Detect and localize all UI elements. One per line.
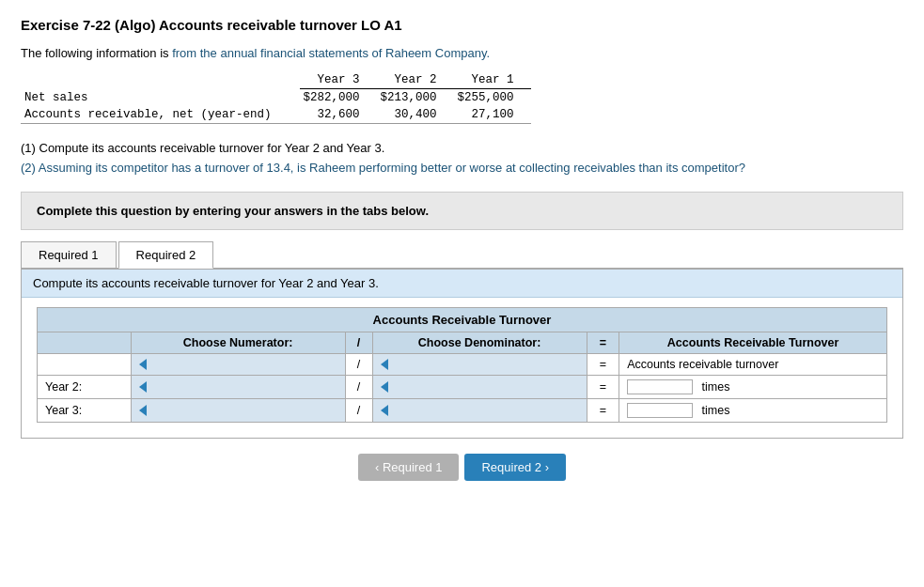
- blue-instruction-bar: Compute its accounts receivable turnover…: [22, 270, 902, 298]
- row2-numerator-input[interactable]: [153, 404, 352, 417]
- row0-denominator-cell[interactable]: [372, 353, 587, 375]
- row0-numerator-input[interactable]: [153, 358, 352, 371]
- instruction-line1: (1) Compute its accounts receivable turn…: [21, 139, 903, 159]
- intro-text: The following information is from the an…: [21, 46, 903, 60]
- row0-result: Accounts receivable turnover: [619, 353, 887, 375]
- table-row: / = Accounts receivable turnover: [38, 353, 887, 375]
- prev-button[interactable]: Required 1: [358, 454, 460, 481]
- row1-unit: times: [702, 380, 730, 394]
- col-header-equals: =: [587, 332, 619, 353]
- financial-table: Year 3 Year 2 Year 1 Net sales $282,000 …: [21, 71, 531, 124]
- blue-triangle-icon: [139, 359, 147, 370]
- instruction-line2-text: (2) Assuming its competitor has a turnov…: [21, 161, 745, 175]
- row0-numerator-cell[interactable]: [131, 353, 345, 375]
- col-year1: Year 1: [454, 71, 531, 89]
- net-sales-year2: $213,000: [377, 89, 454, 107]
- next-button-label: Required 2: [481, 460, 541, 474]
- row2-denominator-input[interactable]: [395, 404, 593, 417]
- col-header-numerator: Choose Numerator:: [131, 332, 345, 353]
- blue-triangle-icon: [381, 405, 388, 416]
- art-table-title: Accounts Receivable Turnover: [37, 307, 887, 332]
- net-sales-year3: $282,000: [300, 89, 377, 107]
- net-sales-label: Net sales: [21, 89, 300, 107]
- table-row: Year 3: / = times: [38, 398, 887, 422]
- blue-triangle-icon: [381, 359, 388, 370]
- net-sales-year1: $255,000: [454, 89, 531, 107]
- tab-required1[interactable]: Required 1: [21, 241, 117, 268]
- page-title: Exercise 7-22 (Algo) Accounts receivable…: [21, 17, 903, 33]
- prev-button-label: Required 1: [383, 460, 443, 474]
- row1-result-input[interactable]: [627, 379, 693, 394]
- ar-year2: 30,400: [377, 106, 454, 124]
- blue-triangle-icon: [139, 381, 147, 393]
- row2-denominator-cell[interactable]: [372, 398, 587, 422]
- blue-triangle-icon: [381, 381, 388, 393]
- row0-denominator-input[interactable]: [395, 358, 593, 371]
- col-header-denominator: Choose Denominator:: [372, 332, 587, 353]
- row1-numerator-cell[interactable]: [131, 375, 345, 398]
- col-header-slash: /: [345, 332, 372, 353]
- ar-year3: 32,600: [300, 106, 377, 124]
- col-header-result: Accounts Receivable Turnover: [619, 332, 887, 353]
- complete-box: Complete this question by entering your …: [21, 192, 903, 230]
- instruction-line2: (2) Assuming its competitor has a turnov…: [21, 159, 903, 178]
- row2-unit: times: [702, 404, 730, 417]
- nav-buttons: Required 1 Required 2: [21, 454, 903, 481]
- art-main-table: Choose Numerator: / Choose Denominator: …: [37, 332, 887, 423]
- row1-numerator-input[interactable]: [153, 380, 352, 394]
- next-button[interactable]: Required 2: [464, 454, 566, 481]
- tabs-container: Required 1 Required 2: [21, 241, 903, 269]
- table-row: Year 2: / = times: [38, 375, 887, 398]
- complete-box-text: Complete this question by entering your …: [37, 204, 429, 218]
- answer-section: Compute its accounts receivable turnover…: [21, 269, 903, 439]
- row1-denominator-cell[interactable]: [372, 375, 587, 398]
- blue-triangle-icon: [139, 405, 147, 416]
- col-year3: Year 3: [300, 71, 377, 89]
- art-table-wrapper: Accounts Receivable Turnover Choose Nume…: [22, 298, 902, 438]
- row2-numerator-cell[interactable]: [131, 398, 345, 422]
- col-header-label: [38, 332, 132, 353]
- col-year2: Year 2: [377, 71, 454, 89]
- row1-label: Year 2:: [38, 375, 132, 398]
- instructions: (1) Compute its accounts receivable turn…: [21, 139, 903, 178]
- blue-bar-text: Compute its accounts receivable turnover…: [33, 276, 379, 290]
- row1-result: times: [619, 375, 887, 398]
- row0-label: [38, 353, 132, 375]
- ar-label: Accounts receivable, net (year-end): [21, 106, 300, 124]
- row2-label: Year 3:: [38, 398, 132, 422]
- tab-required2[interactable]: Required 2: [118, 241, 214, 269]
- row2-result-input[interactable]: [627, 403, 693, 418]
- row1-denominator-input[interactable]: [395, 380, 593, 394]
- row2-result: times: [619, 398, 887, 422]
- intro-highlight: from the annual financial statements of …: [172, 46, 490, 60]
- ar-year1: 27,100: [454, 106, 531, 124]
